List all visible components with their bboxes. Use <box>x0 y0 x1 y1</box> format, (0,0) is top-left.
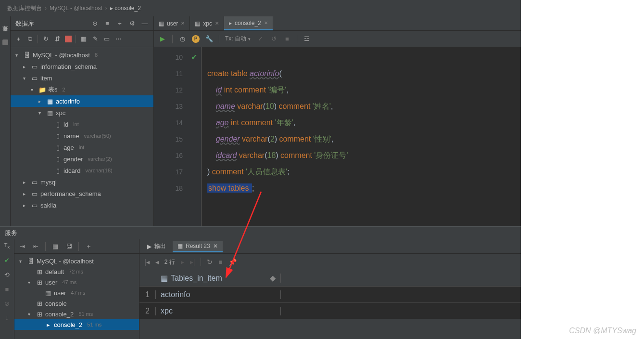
stop-icon[interactable] <box>65 36 72 42</box>
result-grid[interactable]: ▦ Tables_in_item ◆ 1actorinfo2xpc <box>139 270 521 319</box>
more-icon[interactable]: ⋯ <box>114 35 122 43</box>
result-nav: |◂ ◂ 2 行 ▸ ▸| ↻ ■ 📌 <box>139 254 521 270</box>
edit-icon[interactable]: ✎ <box>91 35 99 43</box>
stop2-icon[interactable]: ■ <box>283 35 291 43</box>
sort-icon[interactable]: ◆ <box>270 274 276 283</box>
grid-icon[interactable]: ▦ <box>51 243 59 250</box>
left-gutter: 数据库 <box>0 16 11 226</box>
breadcrumb: 数据库控制台› MySQL - @localhost› ▸ console_2 <box>0 0 521 16</box>
tree-item[interactable]: ▯idint <box>11 118 153 130</box>
stop4-icon[interactable]: ■ <box>218 258 222 266</box>
stop3-icon[interactable]: ■ <box>3 285 11 293</box>
explain-icon[interactable]: P <box>192 35 200 43</box>
tree-item[interactable]: ▾🗄MySQL - @localhost <box>14 256 139 266</box>
tree-item[interactable]: ▸▭mysql <box>11 176 153 188</box>
db-icon <box>2 39 8 45</box>
tree-item[interactable]: ▸▭performance_schema <box>11 188 153 199</box>
tx-icon[interactable]: Tx <box>4 242 10 249</box>
services-toolbar: Tx ✔ ⟲ ■ ⊘ ⤓ <box>0 239 14 339</box>
close-icon[interactable]: ✕ <box>215 21 219 26</box>
tree-item[interactable]: ▦user47 ms <box>14 287 139 298</box>
tree-item[interactable]: ▸▭sakila <box>11 199 153 211</box>
tree-item[interactable]: ▸console_251 ms <box>14 319 139 330</box>
expand-icon[interactable]: ≡ <box>103 20 111 27</box>
collapse-icon[interactable]: ÷ <box>116 20 124 27</box>
services-title: 服务 <box>0 227 521 239</box>
plus-icon[interactable]: ＋ <box>85 243 92 250</box>
tx-mode[interactable]: Tx: 自动 ▾ <box>225 35 251 43</box>
run-icon[interactable]: ▶ <box>159 35 166 43</box>
tree-item[interactable]: ▯idcardvarchar(18) <box>11 165 153 176</box>
ds-icon: ⊞ <box>36 311 43 318</box>
next-page-icon[interactable]: ▸ <box>181 258 184 266</box>
database-panel: 数据库 ⊕ ≡ ÷ ⚙ — ＋ ⧉ ↻ ⇵ ▦ ✎ ▭ <box>11 16 154 226</box>
result-tab[interactable]: ▶输出 <box>142 240 171 252</box>
tree-item[interactable]: ▸▦actorinfo <box>11 95 153 107</box>
result-tab[interactable]: ▦Result 23✕ <box>173 241 223 252</box>
panel-title: 数据库 <box>15 19 34 28</box>
indent-icon[interactable]: ⇥ <box>18 243 26 250</box>
db-toolbar: ＋ ⧉ ↻ ⇵ ▦ ✎ ▭ ⋯ <box>11 31 153 47</box>
copy-icon[interactable]: ⧉ <box>26 35 34 43</box>
tree-item[interactable]: ▾⊞console_251 ms <box>14 309 139 319</box>
editor-tab[interactable]: ▸console_2✕ <box>224 16 273 30</box>
cancel-icon[interactable]: ⊘ <box>3 300 11 307</box>
tree-item[interactable]: ▾🗄MySQL - @localhost8 <box>11 49 153 61</box>
add-icon[interactable]: ＋ <box>14 35 22 43</box>
close-icon[interactable]: ✕ <box>181 21 185 26</box>
undo-icon[interactable]: ⟲ <box>3 271 11 278</box>
col-icon: ▯ <box>54 144 62 151</box>
db-icon: 🗄 <box>27 258 35 265</box>
ddl-icon[interactable]: ▭ <box>103 35 111 43</box>
table-row[interactable]: 2xpc <box>139 303 521 319</box>
wrench-icon[interactable]: 🔧 <box>205 35 213 43</box>
check-icon[interactable]: ✔ <box>3 256 11 264</box>
refresh-icon[interactable]: ↻ <box>42 35 50 43</box>
table-icon[interactable]: ▦ <box>80 35 88 43</box>
table-row[interactable]: 1actorinfo <box>139 287 521 303</box>
column-icon: ▦ <box>161 274 168 283</box>
hide-icon[interactable]: — <box>141 20 149 27</box>
tree-item[interactable]: ▾📁表s2 <box>11 84 153 95</box>
services-tree[interactable]: ▾🗄MySQL - @localhost⊞default72 ms▾⊞user4… <box>14 254 139 339</box>
save-icon[interactable]: 🖫 <box>65 243 73 250</box>
editor-tabs[interactable]: ▦user✕▦xpc✕▸console_2✕ <box>154 16 521 31</box>
tree-item[interactable]: ▯gendervarchar(2) <box>11 153 153 165</box>
editor-tab[interactable]: ▦xpc✕ <box>190 16 224 30</box>
first-page-icon[interactable]: |◂ <box>144 258 150 266</box>
layout-icon[interactable]: ☲ <box>303 35 311 43</box>
target-icon[interactable]: ⊕ <box>91 20 99 27</box>
reload-icon[interactable]: ↻ <box>207 258 213 266</box>
tree-item[interactable]: ▾▦xpc <box>11 107 153 118</box>
result-tabs[interactable]: ▶输出▦Result 23✕ <box>139 239 521 254</box>
tree-item[interactable]: ▾⊞user47 ms <box>14 277 139 287</box>
column-header[interactable]: ▦ Tables_in_item ◆ <box>156 274 281 283</box>
tree-item[interactable]: ▸▭information_schema <box>11 61 153 72</box>
outdent-icon[interactable]: ⇤ <box>32 243 39 250</box>
con-icon: ▸ <box>229 20 232 26</box>
tree-item[interactable]: ▯namevarchar(50) <box>11 130 153 142</box>
editor-toolbar: ▶ ◷ P 🔧 Tx: 自动 ▾ ✓ ↺ ■ ☲ <box>154 31 521 47</box>
last-page-icon[interactable]: ▸| <box>190 258 195 266</box>
col-icon: ▯ <box>54 121 62 128</box>
close-icon[interactable]: ✕ <box>264 20 268 26</box>
editor-tab[interactable]: ▦user✕ <box>154 16 190 30</box>
watermark: CSDN @MTYSwag <box>569 326 636 335</box>
history-icon[interactable]: ◷ <box>178 35 186 43</box>
prev-page-icon[interactable]: ◂ <box>155 258 159 266</box>
settings-icon[interactable]: ⚙ <box>128 20 136 27</box>
ds-icon: ⊞ <box>36 268 43 275</box>
tree-item[interactable]: ▯ageint <box>11 142 153 153</box>
close-icon[interactable]: ✕ <box>213 243 218 249</box>
database-tree[interactable]: ▾🗄MySQL - @localhost8▸▭information_schem… <box>11 47 153 226</box>
tree-item[interactable]: ⊞default72 ms <box>14 266 139 277</box>
rollback-icon[interactable]: ↺ <box>270 35 278 43</box>
commit-icon[interactable]: ✓ <box>256 35 264 43</box>
pin-icon[interactable]: 📌 <box>228 258 237 266</box>
filter-icon[interactable]: ⇵ <box>53 35 61 43</box>
export-icon[interactable]: ⤓ <box>3 314 11 322</box>
code-editor[interactable]: 101112131415161718 ✔ create table actori… <box>154 47 521 226</box>
tree-item[interactable]: ⊞console <box>14 298 139 309</box>
tree-item[interactable]: ▾▭item <box>11 72 153 84</box>
tbl-icon: ▦ <box>159 20 164 27</box>
